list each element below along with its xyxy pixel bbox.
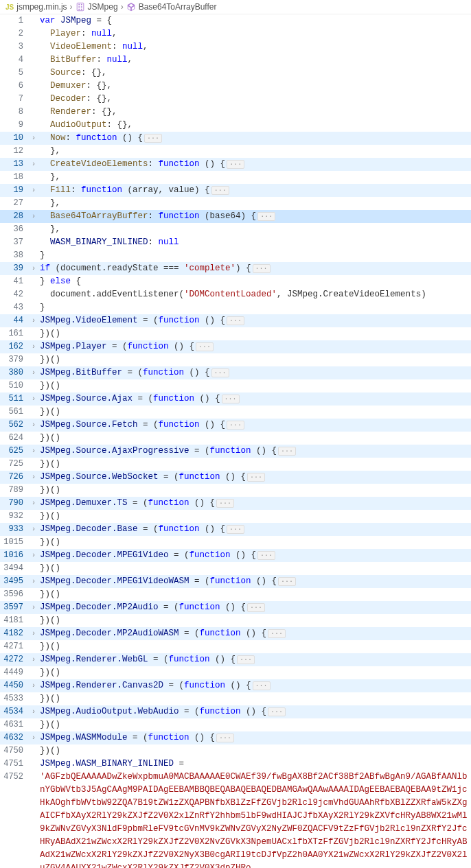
fold-toggle[interactable]: › — [27, 653, 40, 666]
code-line[interactable]: var JSMpeg = { — [40, 14, 471, 27]
fold-toggle[interactable]: › — [27, 366, 40, 379]
fold-toggle[interactable]: › — [27, 419, 40, 432]
breadcrumb-symbol-2[interactable]: Base64ToArrayBuffer — [139, 2, 217, 12]
fold-toggle[interactable]: › — [27, 627, 40, 640]
fold-toggle[interactable]: › — [27, 314, 40, 327]
fold-toggle[interactable]: › — [27, 445, 40, 458]
svg-rect-0 — [77, 3, 84, 10]
fold-toggle[interactable]: › — [27, 340, 40, 353]
line-number: 1 — [0, 14, 27, 27]
fold-toggle[interactable]: › — [27, 601, 40, 614]
chevron-right-icon: › — [70, 2, 73, 12]
fold-toggle[interactable]: › — [27, 158, 40, 171]
fold-toggle[interactable]: › — [27, 705, 40, 718]
chevron-right-icon: › — [121, 2, 124, 12]
breadcrumb-file[interactable]: jsmpeg.min.js — [16, 2, 67, 12]
fold-toggle[interactable]: › — [27, 392, 40, 406]
fold-toggle[interactable]: › — [27, 731, 40, 744]
fold-toggle[interactable]: › — [27, 575, 40, 588]
base64-string[interactable]: 'AGFzbQEAAAAADwZkeWxpbmuA0MACBAAAAAE0CWA… — [40, 771, 471, 868]
js-file-icon: JS — [5, 3, 14, 11]
method-icon — [126, 2, 136, 12]
breadcrumb: JS jsmpeg.min.js › JSMpeg › Base64ToArra… — [0, 0, 471, 14]
fold-toggle[interactable]: › — [27, 210, 40, 223]
fold-toggle[interactable]: › — [27, 523, 40, 536]
fold-toggle[interactable]: › — [27, 132, 40, 145]
breadcrumb-symbol-1[interactable]: JSMpeg — [88, 2, 118, 12]
fold-toggle[interactable]: › — [27, 549, 40, 562]
selected-line: Base64ToArrayBuffer: function (base64) {… — [40, 210, 471, 223]
fold-toggle[interactable] — [27, 14, 40, 27]
folded-indicator[interactable]: ··· — [144, 134, 162, 143]
fold-toggle[interactable]: › — [27, 471, 40, 484]
fold-toggle[interactable]: › — [27, 679, 40, 692]
namespace-icon — [76, 2, 85, 12]
fold-toggle[interactable]: › — [27, 497, 40, 510]
fold-toggle[interactable]: › — [27, 184, 40, 197]
fold-toggle[interactable]: › — [27, 262, 40, 275]
code-editor[interactable]: 1var JSMpeg = { 2 Player: null, 3 VideoE… — [0, 14, 471, 868]
